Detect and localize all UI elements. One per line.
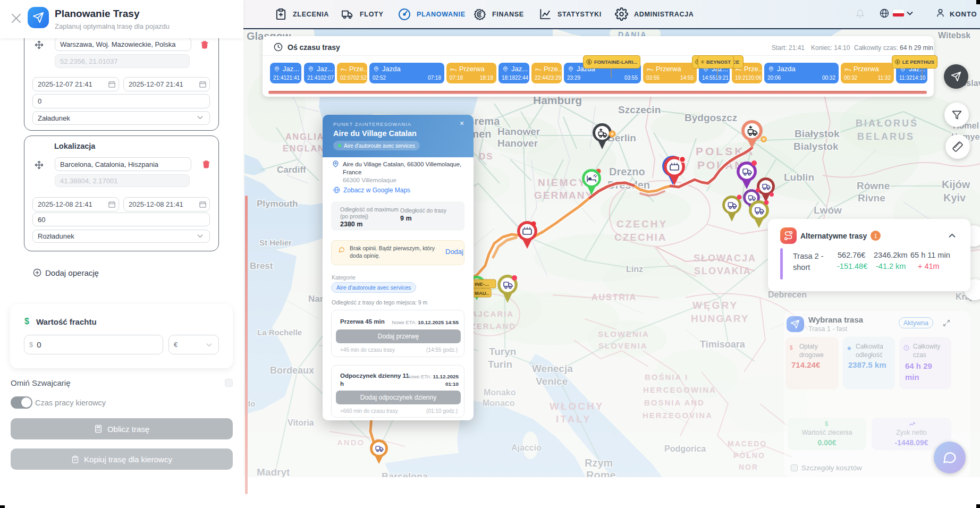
svg-text:INE-...: INE-...: [475, 281, 489, 287]
svg-text:MAU..: MAU..: [475, 290, 489, 296]
